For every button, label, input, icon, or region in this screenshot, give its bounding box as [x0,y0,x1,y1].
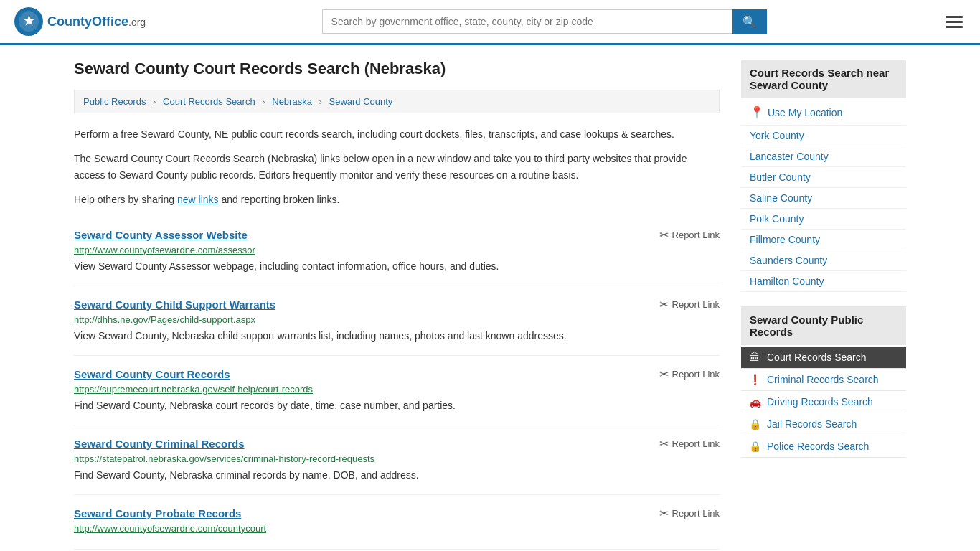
use-my-location: 📍 Use My Location [741,100,906,126]
public-records-section: Seward County Public Records 🏛 Court Rec… [741,306,906,458]
link-item-header-4: Seward County Probate Records ✂ Report L… [74,507,720,520]
nearby-county-2: Butler County [741,167,906,188]
new-links-link[interactable]: new links [177,194,219,205]
nearby-county-link-5[interactable]: Fillmore County [750,234,820,245]
use-my-location-link[interactable]: Use My Location [768,107,842,118]
description-3: Help others by sharing new links and rep… [74,192,720,207]
link-url-3[interactable]: https://statepatrol.nebraska.gov/service… [74,453,720,464]
link-url-2[interactable]: https://supremecourt.nebraska.gov/self-h… [74,384,720,395]
nearby-header: Court Records Search near Seward County [741,60,906,98]
breadcrumb-public-records[interactable]: Public Records [83,96,146,107]
pub-rec-item-2: 🚗 Driving Records Search [741,391,906,413]
report-link-1[interactable]: ✂ Report Link [659,298,720,311]
main-container: Seward County Court Records Search (Nebr… [60,45,920,551]
link-title-3[interactable]: Seward County Criminal Records [74,438,245,450]
link-desc-2: Find Seward County, Nebraska court recor… [74,398,720,413]
driving-records-icon: 🚗 [748,396,761,408]
page-title: Seward County Court Records Search (Nebr… [74,60,720,78]
report-icon-3: ✂ [659,437,669,451]
breadcrumb-sep-3: › [319,96,322,107]
link-title-0[interactable]: Seward County Assessor Website [74,229,248,241]
link-title-2[interactable]: Seward County Court Records [74,368,230,380]
nearby-county-4: Polk County [741,209,906,230]
report-link-2[interactable]: ✂ Report Link [659,367,720,381]
location-icon: 📍 [750,105,764,119]
link-item-0: Seward County Assessor Website ✂ Report … [74,217,720,286]
pub-rec-link-0[interactable]: Court Records Search [767,352,867,363]
link-url-0[interactable]: http://www.countyofsewardne.com/assessor [74,245,720,255]
links-list: Seward County Assessor Website ✂ Report … [74,217,720,550]
menu-button[interactable] [943,13,966,31]
logo-icon: ★ [14,7,43,36]
nearby-counties-list: York County Lancaster County Butler Coun… [741,126,906,292]
pub-rec-item-3: 🔒 Jail Records Search [741,413,906,435]
nearby-county-link-3[interactable]: Saline County [750,192,812,204]
link-item-header-1: Seward County Child Support Warrants ✂ R… [74,298,720,311]
nearby-county-3: Saline County [741,188,906,209]
link-url-4[interactable]: http://www.countyofsewardne.com/countyco… [74,523,720,534]
link-item-header-3: Seward County Criminal Records ✂ Report … [74,437,720,451]
nearby-section: Court Records Search near Seward County … [741,60,906,292]
nearby-county-5: Fillmore County [741,230,906,250]
svg-text:★: ★ [23,14,35,28]
nearby-county-7: Hamilton County [741,271,906,292]
public-records-list: 🏛 Court Records Search ❗ Criminal Record… [741,347,906,458]
link-item-3: Seward County Criminal Records ✂ Report … [74,425,720,495]
link-desc-1: View Seward County, Nebraska child suppo… [74,329,720,344]
search-icon: 🔍 [743,16,757,28]
report-link-4[interactable]: ✂ Report Link [659,507,720,520]
search-input[interactable] [322,9,732,34]
report-link-0[interactable]: ✂ Report Link [659,228,720,242]
public-records-header: Seward County Public Records [741,306,906,345]
description-2: The Seward County Court Records Search (… [74,151,720,183]
search-button[interactable]: 🔍 [732,9,767,34]
link-item-1: Seward County Child Support Warrants ✂ R… [74,286,720,356]
link-title-1[interactable]: Seward County Child Support Warrants [74,298,275,311]
site-header: ★ CountyOffice.org 🔍 [0,0,980,45]
nearby-county-link-7[interactable]: Hamilton County [750,276,824,287]
report-icon-2: ✂ [659,367,669,381]
breadcrumb: Public Records › Court Records Search › … [74,90,720,113]
breadcrumb-court-records[interactable]: Court Records Search [163,96,255,107]
search-area: 🔍 [322,9,767,34]
nearby-county-link-2[interactable]: Butler County [750,171,811,183]
menu-line-2 [946,21,963,23]
nearby-county-link-4[interactable]: Polk County [750,213,804,225]
pub-rec-link-3[interactable]: Jail Records Search [767,418,857,430]
link-desc-0: View Seward County Assessor webpage, inc… [74,259,720,274]
nearby-county-link-1[interactable]: Lancaster County [750,151,829,162]
nearby-county-0: York County [741,126,906,146]
pub-rec-link-1[interactable]: Criminal Records Search [767,374,879,385]
link-url-1[interactable]: http://dhhs.ne.gov/Pages/child-support.a… [74,314,720,325]
police-records-icon: 🔒 [748,441,761,452]
sidebar: Court Records Search near Seward County … [741,60,906,550]
report-icon-4: ✂ [659,507,669,520]
pub-rec-item-1: ❗ Criminal Records Search [741,369,906,391]
breadcrumb-sep-1: › [153,96,156,107]
link-desc-3: Find Seward County, Nebraska criminal re… [74,468,720,483]
nearby-county-link-6[interactable]: Saunders County [750,255,827,266]
link-item-4: Seward County Probate Records ✂ Report L… [74,495,720,550]
breadcrumb-nebraska[interactable]: Nebraska [272,96,312,107]
link-item-header-0: Seward County Assessor Website ✂ Report … [74,228,720,242]
nearby-county-link-0[interactable]: York County [750,130,804,141]
menu-line-1 [946,16,963,18]
pub-rec-link-2[interactable]: Driving Records Search [767,396,873,408]
nearby-county-1: Lancaster County [741,146,906,167]
pub-rec-item-4: 🔒 Police Records Search [741,435,906,458]
link-title-4[interactable]: Seward County Probate Records [74,507,241,519]
breadcrumb-sep-2: › [262,96,265,107]
link-item-header-2: Seward County Court Records ✂ Report Lin… [74,367,720,381]
jail-records-icon: 🔒 [748,418,761,430]
report-link-3[interactable]: ✂ Report Link [659,437,720,451]
logo-text: CountyOffice.org [47,14,146,29]
breadcrumb-seward-county[interactable]: Seward County [329,96,392,107]
court-records-icon: 🏛 [748,352,761,363]
logo-area: ★ CountyOffice.org [14,7,146,36]
report-icon-1: ✂ [659,298,669,311]
link-item-2: Seward County Court Records ✂ Report Lin… [74,356,720,425]
report-icon-0: ✂ [659,228,669,242]
menu-line-3 [946,26,963,28]
pub-rec-link-4[interactable]: Police Records Search [767,441,869,452]
pub-rec-item-0: 🏛 Court Records Search [741,347,906,369]
